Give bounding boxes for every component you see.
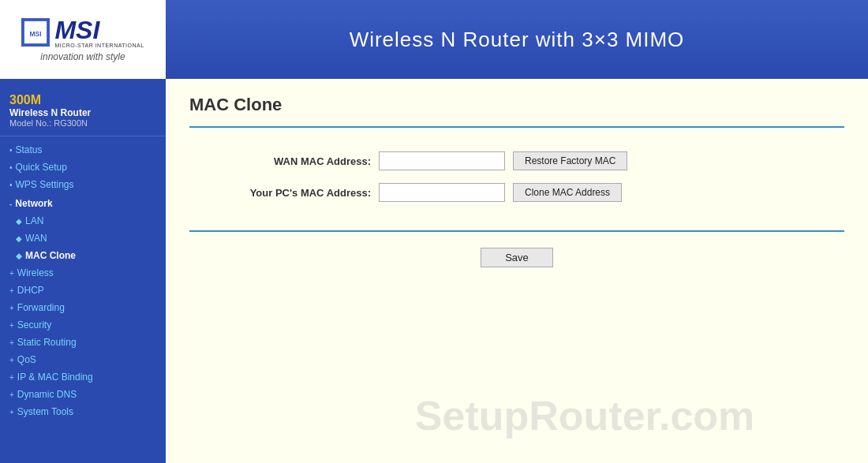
bullet-icon: - (9, 200, 12, 208)
bullet-icon: • (9, 181, 13, 189)
bullet-icon: ◆ (16, 252, 22, 260)
sidebar-item-wireless[interactable]: + Wireless (0, 264, 166, 282)
msi-sub-text: MICRO-STAR INTERNATIONAL (54, 43, 144, 48)
save-button[interactable]: Save (481, 248, 553, 267)
bullet-icon: • (9, 163, 13, 172)
sidebar-item-lan[interactable]: ◆ LAN (0, 212, 166, 230)
sidebar-label: LAN (25, 215, 43, 226)
pc-mac-label: Your PC's MAC Address: (213, 187, 371, 199)
sidebar-label: Dynamic DNS (17, 389, 77, 400)
bullet-icon: + (9, 390, 14, 399)
bullet-icon: + (9, 338, 14, 347)
sidebar-item-security[interactable]: + Security (0, 316, 166, 334)
sidebar-item-qos[interactable]: + QoS (0, 351, 166, 368)
sidebar-model-300m: 300M (9, 93, 156, 107)
sidebar-item-ipmac[interactable]: + IP & MAC Binding (0, 368, 166, 386)
msi-text-block: MSI MICRO-STAR INTERNATIONAL (54, 17, 144, 48)
sidebar-item-macclone[interactable]: ◆ MAC Clone (0, 247, 166, 264)
wan-mac-row: WAN MAC Address: Restore Factory MAC (213, 151, 821, 170)
sidebar-label: QoS (17, 354, 36, 365)
sidebar-label: Security (17, 319, 51, 330)
sidebar-label: Static Routing (17, 337, 77, 348)
save-row: Save (189, 248, 844, 267)
bullet-icon: ◆ (16, 234, 22, 243)
bullet-icon: + (9, 356, 14, 364)
sidebar-router-info: 300M Wireless N Router Model No.: RG300N (0, 87, 166, 136)
top-divider (189, 126, 844, 128)
sidebar-label: Network (15, 198, 52, 209)
sidebar-item-dhcp[interactable]: + DHCP (0, 282, 166, 299)
sidebar: 300M Wireless N Router Model No.: RG300N… (0, 79, 166, 463)
sidebar-label: Quick Setup (16, 162, 67, 173)
svg-text:MSI: MSI (30, 30, 42, 38)
logo-area: MSI MSI MICRO-STAR INTERNATIONAL innovat… (0, 0, 166, 79)
header-title: Wireless N Router with 3×3 MIMO (166, 28, 868, 52)
sidebar-label: WAN (25, 233, 47, 244)
bottom-divider (189, 230, 844, 232)
form-area: WAN MAC Address: Restore Factory MAC You… (189, 144, 844, 222)
sidebar-label: Forwarding (17, 302, 65, 313)
sidebar-label: System Tools (17, 406, 73, 417)
bullet-icon: ◆ (16, 217, 22, 226)
sidebar-item-staticrouting[interactable]: + Static Routing (0, 334, 166, 351)
wan-mac-label: WAN MAC Address: (213, 155, 371, 167)
clone-mac-button[interactable]: Clone MAC Address (513, 183, 622, 202)
sidebar-model-name: Wireless N Router (9, 107, 156, 118)
bullet-icon: • (9, 146, 13, 155)
restore-factory-mac-button[interactable]: Restore Factory MAC (513, 151, 627, 170)
bullet-icon: + (9, 286, 14, 295)
sidebar-model-no: Model No.: RG300N (9, 118, 156, 128)
sidebar-item-network[interactable]: - Network (0, 195, 166, 212)
sidebar-label: WPS Settings (16, 179, 74, 190)
msi-logo-text: MSI (54, 17, 144, 43)
sidebar-item-forwarding[interactable]: + Forwarding (0, 299, 166, 316)
msi-emblem: MSI (21, 18, 50, 47)
pc-mac-row: Your PC's MAC Address: Clone MAC Address (213, 183, 821, 202)
sidebar-label: Status (16, 144, 43, 155)
sidebar-label: MAC Clone (25, 250, 76, 261)
sidebar-item-wan[interactable]: ◆ WAN (0, 230, 166, 247)
sidebar-item-wps[interactable]: • WPS Settings (0, 176, 166, 193)
sidebar-label: Wireless (17, 267, 54, 278)
watermark: SetupRouter.com (415, 392, 755, 439)
main-layout: 300M Wireless N Router Model No.: RG300N… (0, 79, 868, 463)
bullet-icon: + (9, 408, 14, 416)
tagline: innovation with style (40, 51, 125, 62)
sidebar-item-status[interactable]: • Status (0, 141, 166, 159)
sidebar-item-quicksetup[interactable]: • Quick Setup (0, 159, 166, 176)
bullet-icon: + (9, 373, 14, 382)
bullet-icon: + (9, 321, 14, 330)
content-area: MAC Clone WAN MAC Address: Restore Facto… (166, 79, 868, 463)
sidebar-label: DHCP (17, 285, 44, 296)
sidebar-item-dynamicdns[interactable]: + Dynamic DNS (0, 386, 166, 403)
header: MSI MSI MICRO-STAR INTERNATIONAL innovat… (0, 0, 868, 79)
wan-mac-input[interactable] (379, 151, 505, 170)
pc-mac-input[interactable] (379, 183, 505, 202)
sidebar-label: IP & MAC Binding (17, 372, 93, 383)
sidebar-item-systemtools[interactable]: + System Tools (0, 403, 166, 420)
page-title: MAC Clone (189, 95, 844, 115)
bullet-icon: + (9, 269, 14, 278)
logo-box: MSI MSI MICRO-STAR INTERNATIONAL (21, 17, 144, 48)
bullet-icon: + (9, 304, 14, 312)
